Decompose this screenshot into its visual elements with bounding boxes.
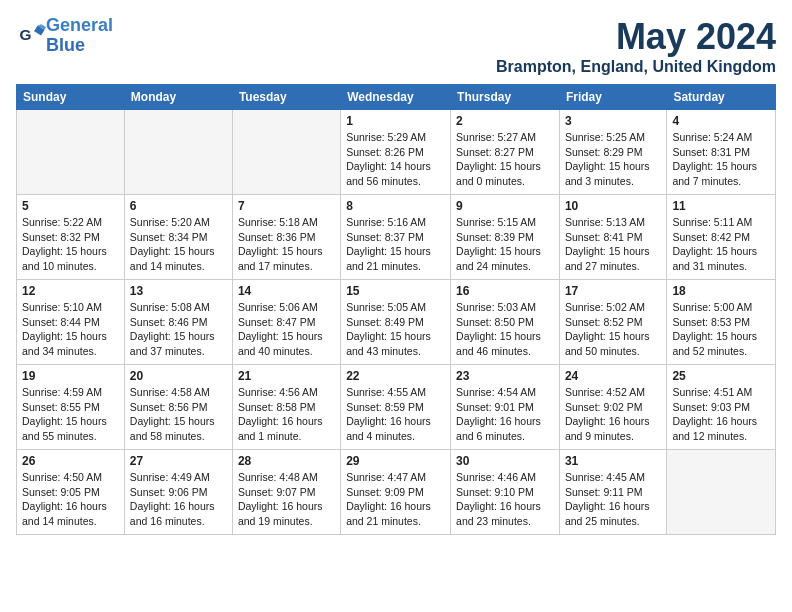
calendar-cell: 27Sunrise: 4:49 AMSunset: 9:06 PMDayligh… bbox=[124, 450, 232, 535]
calendar-cell: 7Sunrise: 5:18 AMSunset: 8:36 PMDaylight… bbox=[232, 195, 340, 280]
calendar-cell: 30Sunrise: 4:46 AMSunset: 9:10 PMDayligh… bbox=[451, 450, 560, 535]
calendar-cell bbox=[17, 110, 125, 195]
day-number: 6 bbox=[130, 199, 227, 213]
calendar-cell: 24Sunrise: 4:52 AMSunset: 9:02 PMDayligh… bbox=[559, 365, 666, 450]
calendar-cell: 4Sunrise: 5:24 AMSunset: 8:31 PMDaylight… bbox=[667, 110, 776, 195]
week-row-4: 19Sunrise: 4:59 AMSunset: 8:55 PMDayligh… bbox=[17, 365, 776, 450]
calendar-cell: 12Sunrise: 5:10 AMSunset: 8:44 PMDayligh… bbox=[17, 280, 125, 365]
day-info: Sunrise: 5:05 AMSunset: 8:49 PMDaylight:… bbox=[346, 300, 445, 359]
logo-line1: General bbox=[46, 15, 113, 35]
day-info: Sunrise: 5:25 AMSunset: 8:29 PMDaylight:… bbox=[565, 130, 661, 189]
day-info: Sunrise: 5:16 AMSunset: 8:37 PMDaylight:… bbox=[346, 215, 445, 274]
weekday-header-wednesday: Wednesday bbox=[341, 85, 451, 110]
day-number: 23 bbox=[456, 369, 554, 383]
calendar-cell: 9Sunrise: 5:15 AMSunset: 8:39 PMDaylight… bbox=[451, 195, 560, 280]
day-info: Sunrise: 4:45 AMSunset: 9:11 PMDaylight:… bbox=[565, 470, 661, 529]
calendar-cell: 14Sunrise: 5:06 AMSunset: 8:47 PMDayligh… bbox=[232, 280, 340, 365]
location-title: Brampton, England, United Kingdom bbox=[496, 58, 776, 76]
calendar-cell: 21Sunrise: 4:56 AMSunset: 8:58 PMDayligh… bbox=[232, 365, 340, 450]
logo: G General Blue bbox=[16, 16, 113, 56]
calendar-cell: 8Sunrise: 5:16 AMSunset: 8:37 PMDaylight… bbox=[341, 195, 451, 280]
week-row-3: 12Sunrise: 5:10 AMSunset: 8:44 PMDayligh… bbox=[17, 280, 776, 365]
weekday-header-monday: Monday bbox=[124, 85, 232, 110]
week-row-2: 5Sunrise: 5:22 AMSunset: 8:32 PMDaylight… bbox=[17, 195, 776, 280]
logo-line2: Blue bbox=[46, 35, 85, 55]
day-info: Sunrise: 5:02 AMSunset: 8:52 PMDaylight:… bbox=[565, 300, 661, 359]
day-number: 17 bbox=[565, 284, 661, 298]
weekday-header-thursday: Thursday bbox=[451, 85, 560, 110]
day-number: 14 bbox=[238, 284, 335, 298]
day-number: 5 bbox=[22, 199, 119, 213]
day-info: Sunrise: 5:00 AMSunset: 8:53 PMDaylight:… bbox=[672, 300, 770, 359]
calendar-cell bbox=[124, 110, 232, 195]
day-info: Sunrise: 4:49 AMSunset: 9:06 PMDaylight:… bbox=[130, 470, 227, 529]
day-number: 24 bbox=[565, 369, 661, 383]
day-number: 29 bbox=[346, 454, 445, 468]
day-info: Sunrise: 4:46 AMSunset: 9:10 PMDaylight:… bbox=[456, 470, 554, 529]
calendar-cell: 28Sunrise: 4:48 AMSunset: 9:07 PMDayligh… bbox=[232, 450, 340, 535]
calendar-cell: 16Sunrise: 5:03 AMSunset: 8:50 PMDayligh… bbox=[451, 280, 560, 365]
day-number: 7 bbox=[238, 199, 335, 213]
calendar-table: SundayMondayTuesdayWednesdayThursdayFrid… bbox=[16, 84, 776, 535]
logo-icon: G bbox=[18, 20, 46, 48]
day-info: Sunrise: 5:27 AMSunset: 8:27 PMDaylight:… bbox=[456, 130, 554, 189]
calendar-cell: 3Sunrise: 5:25 AMSunset: 8:29 PMDaylight… bbox=[559, 110, 666, 195]
day-number: 4 bbox=[672, 114, 770, 128]
day-info: Sunrise: 5:06 AMSunset: 8:47 PMDaylight:… bbox=[238, 300, 335, 359]
day-number: 30 bbox=[456, 454, 554, 468]
day-number: 19 bbox=[22, 369, 119, 383]
day-info: Sunrise: 4:54 AMSunset: 9:01 PMDaylight:… bbox=[456, 385, 554, 444]
title-block: May 2024 Brampton, England, United Kingd… bbox=[496, 16, 776, 76]
day-number: 28 bbox=[238, 454, 335, 468]
calendar-cell: 11Sunrise: 5:11 AMSunset: 8:42 PMDayligh… bbox=[667, 195, 776, 280]
calendar-cell: 15Sunrise: 5:05 AMSunset: 8:49 PMDayligh… bbox=[341, 280, 451, 365]
day-info: Sunrise: 5:08 AMSunset: 8:46 PMDaylight:… bbox=[130, 300, 227, 359]
day-info: Sunrise: 5:15 AMSunset: 8:39 PMDaylight:… bbox=[456, 215, 554, 274]
day-number: 9 bbox=[456, 199, 554, 213]
week-row-5: 26Sunrise: 4:50 AMSunset: 9:05 PMDayligh… bbox=[17, 450, 776, 535]
day-info: Sunrise: 4:47 AMSunset: 9:09 PMDaylight:… bbox=[346, 470, 445, 529]
day-number: 12 bbox=[22, 284, 119, 298]
calendar-cell: 22Sunrise: 4:55 AMSunset: 8:59 PMDayligh… bbox=[341, 365, 451, 450]
calendar-cell: 1Sunrise: 5:29 AMSunset: 8:26 PMDaylight… bbox=[341, 110, 451, 195]
day-number: 1 bbox=[346, 114, 445, 128]
weekday-header-friday: Friday bbox=[559, 85, 666, 110]
day-number: 8 bbox=[346, 199, 445, 213]
day-number: 27 bbox=[130, 454, 227, 468]
day-number: 18 bbox=[672, 284, 770, 298]
day-number: 2 bbox=[456, 114, 554, 128]
day-number: 20 bbox=[130, 369, 227, 383]
calendar-header-row: SundayMondayTuesdayWednesdayThursdayFrid… bbox=[17, 85, 776, 110]
day-number: 22 bbox=[346, 369, 445, 383]
day-number: 3 bbox=[565, 114, 661, 128]
calendar-cell: 26Sunrise: 4:50 AMSunset: 9:05 PMDayligh… bbox=[17, 450, 125, 535]
calendar-cell: 25Sunrise: 4:51 AMSunset: 9:03 PMDayligh… bbox=[667, 365, 776, 450]
page-header: G General Blue May 2024 Brampton, Englan… bbox=[16, 16, 776, 76]
calendar-cell: 6Sunrise: 5:20 AMSunset: 8:34 PMDaylight… bbox=[124, 195, 232, 280]
calendar-cell: 29Sunrise: 4:47 AMSunset: 9:09 PMDayligh… bbox=[341, 450, 451, 535]
day-info: Sunrise: 4:51 AMSunset: 9:03 PMDaylight:… bbox=[672, 385, 770, 444]
calendar-cell: 19Sunrise: 4:59 AMSunset: 8:55 PMDayligh… bbox=[17, 365, 125, 450]
day-info: Sunrise: 5:22 AMSunset: 8:32 PMDaylight:… bbox=[22, 215, 119, 274]
calendar-cell bbox=[232, 110, 340, 195]
calendar-cell: 2Sunrise: 5:27 AMSunset: 8:27 PMDaylight… bbox=[451, 110, 560, 195]
calendar-cell: 31Sunrise: 4:45 AMSunset: 9:11 PMDayligh… bbox=[559, 450, 666, 535]
day-number: 31 bbox=[565, 454, 661, 468]
weekday-header-saturday: Saturday bbox=[667, 85, 776, 110]
calendar-cell: 18Sunrise: 5:00 AMSunset: 8:53 PMDayligh… bbox=[667, 280, 776, 365]
day-number: 11 bbox=[672, 199, 770, 213]
day-number: 26 bbox=[22, 454, 119, 468]
calendar-cell bbox=[667, 450, 776, 535]
month-title: May 2024 bbox=[496, 16, 776, 58]
day-info: Sunrise: 5:18 AMSunset: 8:36 PMDaylight:… bbox=[238, 215, 335, 274]
day-number: 15 bbox=[346, 284, 445, 298]
day-number: 10 bbox=[565, 199, 661, 213]
day-info: Sunrise: 4:50 AMSunset: 9:05 PMDaylight:… bbox=[22, 470, 119, 529]
calendar-cell: 23Sunrise: 4:54 AMSunset: 9:01 PMDayligh… bbox=[451, 365, 560, 450]
weekday-header-sunday: Sunday bbox=[17, 85, 125, 110]
weekday-header-tuesday: Tuesday bbox=[232, 85, 340, 110]
calendar-cell: 13Sunrise: 5:08 AMSunset: 8:46 PMDayligh… bbox=[124, 280, 232, 365]
calendar-cell: 5Sunrise: 5:22 AMSunset: 8:32 PMDaylight… bbox=[17, 195, 125, 280]
day-number: 16 bbox=[456, 284, 554, 298]
svg-text:G: G bbox=[19, 25, 31, 42]
